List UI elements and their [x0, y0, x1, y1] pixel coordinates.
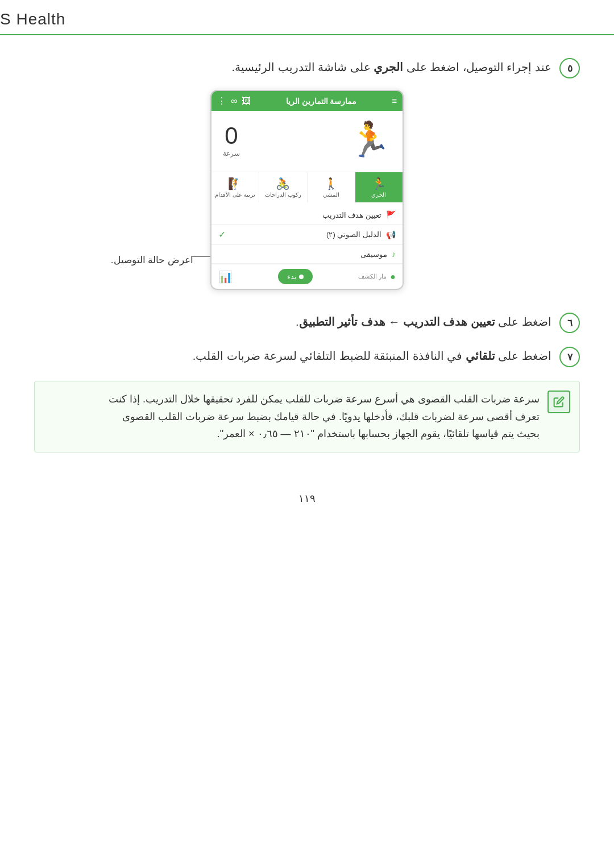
running-icon: 🏃 — [372, 177, 386, 190]
phone-title: ممارسة التمارين الريا — [286, 97, 357, 106]
running-label: الجري — [371, 192, 386, 198]
step7-row: ٧ اضغط على تلقائي في النافذة المنبثقة لل… — [34, 347, 580, 367]
dots-icon: ⋮ — [217, 95, 226, 106]
activity-cycling[interactable]: 🚴 ركوب الدراجات — [259, 172, 306, 202]
info-text: سرعة ضربات القلب القصوى هي أسرع سرعة ضرب… — [109, 391, 540, 443]
page-number: ١١٩ — [0, 475, 614, 516]
voice-guide-option[interactable]: 📢 الدليل الصوتي (٢) ✓ — [211, 225, 403, 245]
phone-bottom: ● مار الكشف بدء 📊 — [211, 264, 403, 289]
location-info: ● مار الكشف — [358, 272, 396, 282]
flag-icon: 🚩 — [386, 210, 396, 219]
location-label: مار الكشف — [358, 273, 387, 280]
activity-row: 🏃 الجري 🚶 المشي 🚴 ركوب الدراجات 🧗 — [211, 172, 403, 202]
info-pencil-icon — [547, 391, 570, 413]
step5-row: ٥ عند إجراء التوصيل، اضغط على الجري على … — [34, 58, 580, 78]
start-label: بدء — [287, 272, 297, 281]
step6-number: ٦ — [559, 313, 580, 333]
step7-text: اضغط على تلقائي في النافذة المنبثقة للضب… — [34, 347, 551, 365]
running-area: 🏃 0 سرعة — [211, 111, 403, 168]
training-goal-label: تعيين هدف التدريب — [322, 211, 381, 219]
page-header: S Health — [0, 0, 614, 35]
music-label: موسيقى — [360, 250, 387, 259]
activity-other[interactable]: 🧗 تربية على الأقدام — [211, 172, 259, 202]
walking-icon: 🚶 — [324, 177, 338, 190]
speed-number: 0 — [223, 122, 240, 149]
walking-label: المشي — [323, 192, 339, 198]
step5-bold: الجري — [374, 61, 403, 73]
annotation-arrow — [192, 256, 210, 257]
step6-bold1: تعيين هدف التدريب — [403, 315, 495, 328]
step7-bold: تلقائي — [466, 350, 495, 362]
chart-icon: 📊 — [218, 270, 233, 284]
step5-pre: عند إجراء التوصيل، اضغط على — [403, 61, 551, 73]
step7-post: في النافذة المنبثقة للضبط التلقائي لسرعة… — [193, 350, 466, 362]
step6-bold2: هدف تأثير التطبيق — [299, 315, 385, 328]
step5-container: ٥ عند إجراء التوصيل، اضغط على الجري على … — [34, 58, 580, 290]
step5-number: ٥ — [559, 58, 580, 78]
activity-running[interactable]: 🏃 الجري — [355, 172, 403, 202]
location-dot: ● — [390, 272, 396, 282]
music-option[interactable]: ♪ موسيقى — [211, 245, 403, 264]
voice-guide-label: الدليل الصوتي (٢) — [326, 230, 381, 239]
start-button[interactable]: بدء — [278, 269, 313, 284]
phone-mockup-area: ≡ ممارسة التمارين الريا 🖼 ∞ ⋮ 🏃 0 — [34, 90, 580, 290]
training-goal-option[interactable]: 🚩 تعيين هدف التدريب — [211, 206, 403, 225]
topbar-icons: 🖼 ∞ ⋮ — [217, 95, 251, 106]
annotation-label: اعرض حالة التوصيل. — [111, 254, 193, 266]
music-icon: ♪ — [392, 250, 396, 259]
step7-number: ٧ — [559, 347, 580, 367]
image-icon: 🖼 — [242, 96, 251, 106]
phone-wrapper: ≡ ممارسة التمارين الريا 🖼 ∞ ⋮ 🏃 0 — [210, 90, 404, 290]
info-line3: بحيث يتم قياسها تلقائيًا، يقوم الجهاز بح… — [217, 428, 540, 439]
step6-arrow: ← — [385, 315, 403, 328]
step6-text: اضغط على تعيين هدف التدريب ← هدف تأثير ا… — [34, 313, 551, 331]
link-icon: ∞ — [231, 96, 237, 106]
phone-mockup: ≡ ممارسة التمارين الريا 🖼 ∞ ⋮ 🏃 0 — [210, 90, 404, 290]
activity-walking[interactable]: 🚶 المشي — [307, 172, 355, 202]
cycling-label: ركوب الدراجات — [265, 192, 301, 198]
speed-label: سرعة — [223, 149, 240, 157]
step6-row: ٦ اضغط على تعيين هدف التدريب ← هدف تأثير… — [34, 313, 580, 333]
phone-topbar: ≡ ممارسة التمارين الريا 🖼 ∞ ⋮ — [211, 91, 403, 111]
other-label: تربية على الأقدام — [215, 192, 255, 198]
header-title: S Health — [0, 10, 65, 28]
step7-pre: اضغط على — [495, 350, 551, 362]
speed-display: 0 سرعة — [223, 122, 240, 157]
runner-icon: 🏃 — [349, 119, 391, 160]
check-icon: ✓ — [218, 229, 226, 240]
menu-icon: ≡ — [392, 96, 397, 106]
step5-post: على شاشة التدريب الرئيسية. — [231, 61, 374, 73]
cycling-icon: 🚴 — [276, 177, 290, 190]
info-box: سرعة ضربات القلب القصوى هي أسرع سرعة ضرب… — [34, 381, 580, 452]
step6-pre: اضغط على — [495, 315, 551, 328]
other-icon: 🧗 — [228, 177, 242, 190]
info-line2: تعرف أقصى سرعة لضربات قلبك، فأدخلها يدوي… — [122, 411, 540, 422]
start-dot — [299, 275, 304, 279]
voice-icon: 📢 — [386, 230, 396, 239]
step5-text: عند إجراء التوصيل، اضغط على الجري على شا… — [34, 58, 551, 76]
main-content: ٥ عند إجراء التوصيل، اضغط على الجري على … — [0, 35, 614, 475]
info-line1: سرعة ضربات القلب القصوى هي أسرع سرعة ضرب… — [109, 393, 540, 405]
